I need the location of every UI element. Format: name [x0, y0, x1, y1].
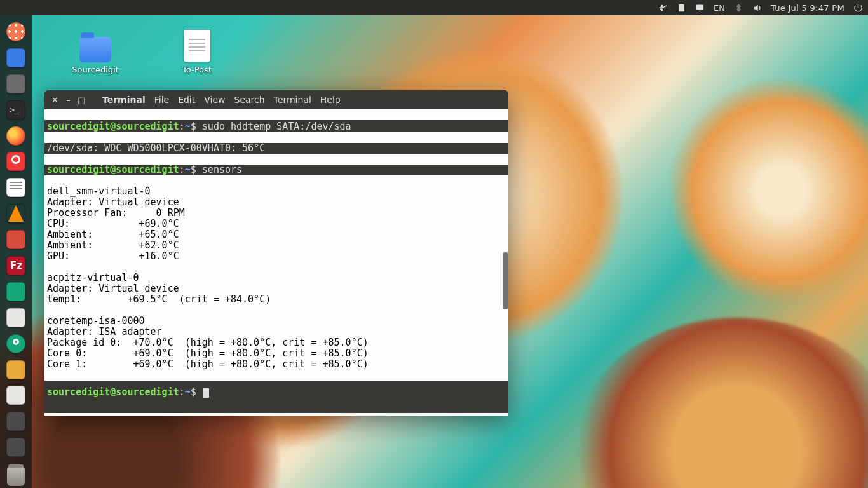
filezilla-icon: Fz	[6, 256, 25, 275]
terminal-icon: >_	[6, 100, 25, 119]
menu-view[interactable]: View	[204, 95, 225, 105]
terminal-output-line: Core 1: +69.0°C (high = +80.0°C, crit = …	[47, 358, 369, 370]
scrollbar-thumb[interactable]	[503, 252, 508, 309]
dock-item-settings[interactable]	[3, 332, 29, 355]
menu-help[interactable]: Help	[320, 95, 341, 105]
dock-item-software[interactable]	[3, 306, 29, 329]
menu-edit[interactable]: Edit	[178, 95, 195, 105]
terminal-window: ✕ – □ Terminal File Edit View Search Ter…	[44, 90, 508, 416]
terminal-output-line: Adapter: ISA adapter	[47, 326, 162, 337]
menubar-title: Terminal	[102, 95, 146, 105]
dock-item-firefox[interactable]	[3, 125, 29, 147]
svg-rect-1	[696, 4, 703, 10]
top-panel: EN Tue Jul 5 9:47 PM	[0, 0, 868, 15]
terminal-output-line: Ambient: +62.0°C	[47, 240, 179, 251]
dock-item-trash[interactable]	[3, 465, 29, 488]
scissors-icon[interactable]	[658, 3, 668, 13]
dock-item-filezilla[interactable]: Fz	[3, 254, 29, 277]
bluetooth-icon[interactable]	[734, 3, 743, 13]
terminal-output-line: Ambient: +65.0°C	[47, 229, 179, 240]
sync-icon	[6, 360, 25, 379]
terminal-output-line: dell_smm-virtual-0	[47, 186, 151, 197]
settings-icon	[6, 334, 25, 353]
clock[interactable]: Tue Jul 5 9:47 PM	[771, 3, 844, 13]
terminal-output-line: coretemp-isa-0000	[47, 315, 145, 327]
close-icon[interactable]: ✕	[51, 96, 59, 104]
dock-item-terminal[interactable]: >_	[3, 98, 29, 121]
files-icon	[6, 48, 25, 67]
svg-rect-0	[679, 4, 684, 11]
prompt-user: sourcedigit@sourcedigit	[47, 164, 179, 175]
dock-item-files[interactable]	[3, 46, 29, 69]
vlc-icon	[6, 204, 25, 223]
prompt-path: ~	[185, 164, 191, 175]
terminal-output-line: acpitz-virtual-0	[47, 272, 139, 283]
transmission-icon	[6, 230, 25, 249]
menu-search[interactable]: Search	[234, 95, 265, 105]
shutter-icon	[6, 282, 25, 301]
prompt-path: ~	[185, 386, 191, 398]
folder-icon	[79, 37, 111, 62]
firefox-icon	[6, 126, 25, 146]
menu-file[interactable]: File	[154, 95, 169, 105]
terminal-body[interactable]: sourcedigit@sourcedigit:~$ sudo hddtemp …	[44, 109, 508, 416]
dock-item-disks[interactable]	[3, 72, 29, 95]
prompt-user: sourcedigit@sourcedigit	[47, 121, 179, 132]
prompt-path: ~	[185, 121, 191, 132]
disks-icon	[6, 74, 25, 93]
chromium-app-icon	[6, 386, 25, 405]
terminal-output-line: temp1: +69.5°C (crit = +84.0°C)	[47, 294, 271, 305]
terminal-output-line: /dev/sda: WDC WD5000LPCX-00VHAT0: 56°C	[44, 143, 508, 154]
prompt-user: sourcedigit@sourcedigit	[47, 386, 179, 398]
terminal-output-line: Core 0: +69.0°C (high = +80.0°C, crit = …	[47, 348, 369, 359]
trash-icon	[7, 467, 25, 486]
dock-item-chromium-app[interactable]	[3, 384, 29, 407]
dock-item-shutter[interactable]	[3, 280, 29, 303]
terminal-command: sudo hddtemp SATA:/dev/sda	[202, 121, 351, 132]
desktop-folder-sourcedigit[interactable]: Sourcedigit	[67, 29, 124, 74]
dock-item-text-editor[interactable]	[3, 176, 29, 199]
menubar: Terminal File Edit View Search Terminal …	[102, 95, 341, 105]
keyboard-lang[interactable]: EN	[714, 3, 725, 13]
dock-item-app-b[interactable]	[3, 436, 29, 459]
desktop-icon-label: To-Post	[168, 65, 226, 74]
desktop-file-to-post[interactable]: To-Post	[168, 29, 226, 74]
svg-rect-2	[699, 10, 702, 11]
dock-item-transmission[interactable]	[3, 228, 29, 251]
terminal-cursor	[203, 388, 209, 398]
terminal-output-line: GPU: +16.0°C	[47, 250, 179, 262]
terminal-output-line: CPU: +69.0°C	[47, 218, 179, 229]
software-icon	[6, 308, 25, 327]
terminal-output-line: Package id 0: +70.0°C (high = +80.0°C, c…	[47, 337, 369, 348]
power-icon[interactable]	[853, 3, 863, 13]
dock: >_Fz	[0, 15, 32, 488]
dock-item-show-apps[interactable]	[3, 20, 29, 43]
terminal-titlebar[interactable]: ✕ – □ Terminal File Edit View Search Ter…	[44, 90, 508, 109]
display-icon[interactable]	[695, 3, 705, 13]
text-editor-icon	[6, 178, 25, 197]
dock-item-vlc[interactable]	[3, 202, 29, 225]
vivaldi-icon	[6, 152, 25, 171]
terminal-command: sensors	[202, 164, 242, 175]
minimize-icon[interactable]: –	[64, 96, 72, 104]
volume-icon[interactable]	[752, 3, 762, 13]
clipboard-icon[interactable]	[677, 3, 686, 13]
dock-item-vivaldi[interactable]	[3, 150, 29, 173]
show-apps-icon	[6, 22, 25, 41]
terminal-output-line: Processor Fan: 0 RPM	[47, 207, 185, 219]
app-a-icon	[6, 412, 25, 431]
terminal-output-line: Adapter: Virtual device	[47, 283, 179, 294]
document-icon	[184, 30, 210, 62]
dock-item-app-a[interactable]	[3, 410, 29, 433]
dock-item-sync[interactable]	[3, 358, 29, 381]
menu-terminal[interactable]: Terminal	[274, 95, 311, 105]
maximize-icon[interactable]: □	[78, 96, 86, 104]
terminal-output-line: Adapter: Virtual device	[47, 196, 179, 208]
desktop-icon-label: Sourcedigit	[67, 65, 124, 74]
app-b-icon	[6, 438, 25, 457]
